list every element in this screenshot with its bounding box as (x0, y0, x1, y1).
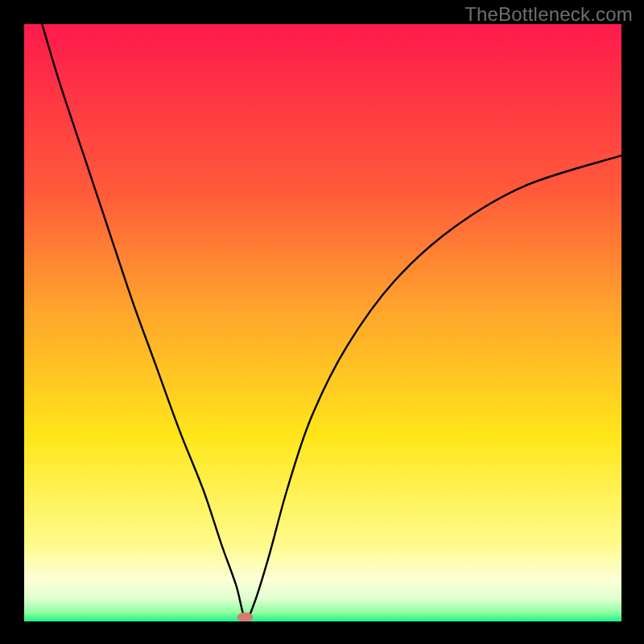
curve-layer (24, 24, 621, 621)
plot-area (24, 24, 621, 621)
bottleneck-curve (42, 24, 621, 619)
chart-root: TheBottleneck.com (0, 0, 644, 644)
watermark-text: TheBottleneck.com (464, 3, 633, 26)
